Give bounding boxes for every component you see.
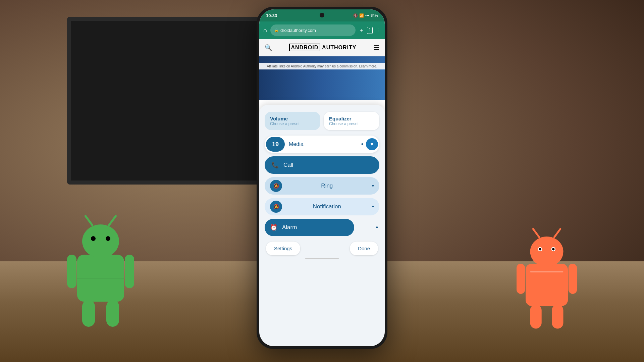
svg-rect-20 [569, 264, 577, 294]
svg-line-17 [533, 229, 539, 237]
svg-line-4 [86, 216, 92, 225]
alarm-icon: ⏰ [270, 224, 277, 231]
alarm-label: Alarm [282, 224, 297, 231]
battery-text: 84% [371, 13, 378, 17]
ring-dot: • [372, 183, 374, 190]
affiliate-notice: Affiliate links on Android Authority may… [259, 63, 385, 69]
aa-logo-authority: AUTHORITY [322, 45, 356, 50]
url-text: droidauthority.com [280, 28, 316, 33]
status-time: 10:33 [266, 13, 277, 18]
call-volume-button[interactable]: 📞 Call [265, 156, 379, 174]
volume-overlay-panel: Volume Choose a preset Equalizer Choose … [259, 105, 385, 346]
preset-tab-row: Volume Choose a preset Equalizer Choose … [265, 112, 379, 130]
settings-button[interactable]: Settings [266, 242, 300, 255]
svg-rect-9 [106, 300, 119, 327]
media-chevron-button[interactable]: ▼ [366, 138, 378, 150]
notification-label: Notification [287, 203, 367, 210]
media-volume-row: 19 Media • ▼ [265, 136, 379, 153]
ring-volume-row: 🔕 Ring • [265, 177, 379, 195]
svg-line-5 [109, 216, 116, 225]
aa-logo: ANDROID AUTHORITY [289, 45, 357, 51]
media-label: Media [285, 141, 361, 147]
svg-point-12 [530, 237, 564, 267]
volume-tab[interactable]: Volume Choose a preset [265, 112, 320, 130]
nav-bar [305, 258, 339, 259]
monitor [67, 17, 268, 185]
nav-indicator [265, 255, 379, 262]
alarm-volume-row: ⏰ Alarm • [265, 219, 379, 236]
volume-tab-sub: Choose a preset [270, 121, 315, 126]
call-label: Call [283, 162, 293, 168]
alarm-volume-button[interactable]: ⏰ Alarm [265, 219, 354, 236]
media-volume-number: 19 [272, 141, 279, 148]
browser-actions: ＋ 1 ⋮ [359, 27, 381, 34]
svg-point-14 [539, 248, 541, 250]
svg-rect-23 [530, 271, 564, 273]
svg-rect-6 [67, 255, 76, 288]
alarm-dot: • [376, 224, 378, 231]
media-dot: • [361, 141, 366, 148]
svg-rect-7 [125, 255, 134, 288]
ring-label: Ring [287, 183, 367, 189]
svg-rect-8 [82, 300, 95, 327]
android-green-figure [67, 211, 134, 328]
svg-line-18 [554, 229, 560, 237]
svg-point-16 [552, 248, 554, 250]
ring-volume-button[interactable]: 🔕 Ring • [265, 177, 379, 195]
notification-dot: • [372, 203, 374, 210]
volume-tab-title: Volume [270, 116, 315, 121]
signal-icon: ▪▪▪ [365, 13, 369, 17]
notification-icon: 🔕 [273, 204, 279, 209]
notification-volume-button[interactable]: 🔕 Notification • [265, 198, 379, 215]
ring-icon: 🔕 [273, 183, 279, 189]
svg-point-3 [106, 236, 110, 241]
banner-top-space [259, 56, 385, 63]
phone: 10:33 🔇 📶 ▪▪▪ 84% ⌂ 🔒 droidauthority.com… [257, 7, 387, 349]
svg-point-2 [91, 236, 96, 241]
svg-rect-21 [530, 305, 542, 329]
browser-home-icon[interactable]: ⌂ [263, 27, 267, 34]
call-volume-row: 📞 Call [265, 156, 379, 174]
browser-nav-bar: ⌂ 🔒 droidauthority.com ＋ 1 ⋮ [259, 21, 385, 39]
call-icon: 📞 [271, 161, 279, 169]
aa-logo-android: ANDROID [289, 44, 321, 51]
bottom-actions: Settings Done [265, 242, 379, 255]
alarm-dot-area: • [357, 224, 379, 231]
tab-count[interactable]: 1 [367, 27, 373, 34]
browser-url-bar[interactable]: 🔒 droidauthority.com [270, 24, 356, 36]
phone-screen: 10:33 🔇 📶 ▪▪▪ 84% ⌂ 🔒 droidauthority.com… [259, 9, 385, 346]
status-bar: 10:33 🔇 📶 ▪▪▪ 84% [259, 9, 385, 21]
done-button[interactable]: Done [350, 242, 378, 255]
svg-rect-11 [526, 264, 568, 306]
wifi-icon: 📶 [359, 13, 364, 18]
lock-icon: 🔒 [274, 29, 278, 32]
svg-rect-19 [517, 264, 525, 294]
ring-icon-bg: 🔕 [270, 180, 282, 192]
add-tab-icon[interactable]: ＋ [359, 27, 364, 34]
svg-point-1 [82, 224, 119, 258]
notif-icon-bg: 🔕 [270, 201, 282, 213]
equalizer-tab-sub: Choose a preset [329, 121, 374, 126]
website-header: 🔍 ANDROID AUTHORITY ☰ [259, 39, 385, 56]
status-icons: 🔇 📶 ▪▪▪ 84% [353, 13, 378, 18]
media-slider-row: 19 Media • ▼ [265, 136, 379, 153]
mute-icon: 🔇 [353, 13, 358, 18]
article-banner: Affiliate links on Android Authority may… [259, 56, 385, 100]
article-image [259, 69, 385, 100]
media-volume-badge: 19 [266, 137, 285, 152]
android-orange-figure [517, 224, 577, 335]
equalizer-tab-title: Equalizer [329, 116, 374, 121]
hamburger-menu-icon[interactable]: ☰ [373, 44, 379, 52]
equalizer-tab[interactable]: Equalizer Choose a preset [324, 112, 379, 130]
svg-rect-22 [552, 305, 563, 329]
front-camera [320, 13, 324, 17]
notification-volume-row: 🔕 Notification • [265, 198, 379, 215]
search-icon[interactable]: 🔍 [265, 44, 272, 51]
overflow-menu-icon[interactable]: ⋮ [375, 27, 381, 34]
